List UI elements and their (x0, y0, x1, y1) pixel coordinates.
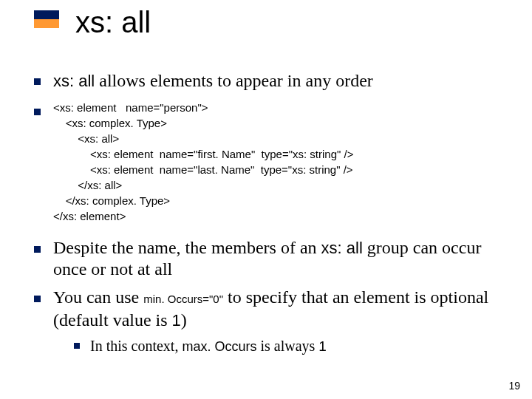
bullet-3-pre: Despite the name, the members of an (53, 238, 321, 257)
bullet-3-text: Despite the name, the members of an xs: … (53, 237, 501, 279)
sub-list: In this context, max. Occurs is always 1 (53, 337, 501, 355)
slide-title: xs: all (75, 6, 151, 38)
bullet-4-post: ) (181, 310, 187, 330)
bullet-4-keyword: min. Occurs="0" (143, 293, 223, 305)
bullet-4-text: You can use min. Occurs="0" to specify t… (53, 287, 501, 331)
code-block: <xs: element name="person"> <xs: complex… (53, 100, 501, 224)
sub-bullet-text: In this context, max. Occurs is always 1 (90, 337, 501, 355)
bullet-1-rest: allows elements to appear in any order (95, 71, 373, 90)
bullet-square-icon (74, 343, 80, 349)
sub-pre: In this context, (90, 338, 182, 354)
title-bar: xs: all (34, 10, 501, 52)
bullet-square-icon (34, 78, 41, 85)
sub-keyword: max. Occurs (182, 339, 256, 354)
sub-mid: is always (256, 338, 318, 354)
content-area: xs: all allows elements to appear in any… (34, 69, 501, 363)
sub-one: 1 (318, 338, 327, 354)
bullet-3: Despite the name, the members of an xs: … (34, 237, 501, 279)
bullet-square-icon (34, 246, 41, 253)
sub-bullet: In this context, max. Occurs is always 1 (74, 337, 501, 355)
bullet-1: xs: all allows elements to appear in any… (34, 69, 501, 92)
page-number: 19 (508, 380, 520, 392)
bullet-4: You can use min. Occurs="0" to specify t… (34, 287, 501, 355)
bullet-square-icon (34, 296, 41, 302)
bullet-square-icon (34, 109, 41, 115)
slide: xs: all xs: all allows elements to appea… (0, 0, 532, 399)
bullet-1-text: xs: all allows elements to appear in any… (53, 69, 501, 92)
bullet-4-one: 1 (172, 311, 181, 330)
bullet-3-keyword: xs: all (321, 239, 363, 257)
bullet-4-pre: You can use (53, 287, 143, 307)
title-accent-icon (34, 10, 59, 28)
bullet-list: xs: all allows elements to appear in any… (34, 69, 501, 355)
bullet-1-keyword: xs: all (53, 72, 95, 90)
bullet-code: <xs: element name="person"> <xs: complex… (34, 100, 501, 224)
